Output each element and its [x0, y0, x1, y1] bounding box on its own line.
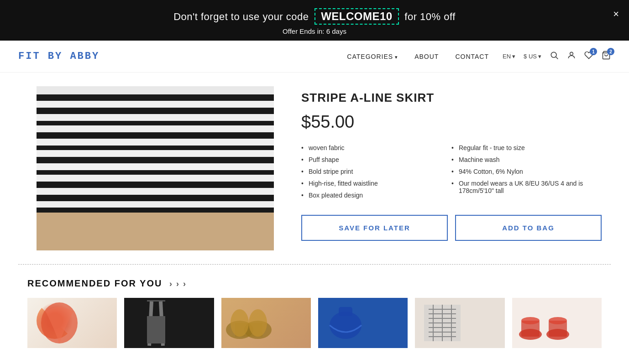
- features-grid: woven fabric Puff shape Bold stripe prin…: [301, 142, 602, 201]
- wishlist-badge: 1: [590, 48, 597, 55]
- add-to-bag-button[interactable]: ADD TO BAG: [455, 215, 602, 241]
- product-image-visual: [37, 86, 274, 250]
- svg-point-13: [249, 309, 267, 337]
- product-section: STRIPE A-LINE SKIRT $55.00 woven fabric …: [0, 73, 629, 264]
- recommended-item-4[interactable]: [318, 298, 408, 348]
- announcement-main-text: Don't forget to use your code WELCOME10 …: [18, 8, 611, 25]
- save-for-later-button[interactable]: SAVE FOR LATER: [301, 215, 448, 241]
- currency-arrow-icon: ▾: [538, 53, 541, 60]
- recommended-item-2[interactable]: [124, 298, 214, 348]
- recommended-title: RECOMMENDED FOR YOU › › ›: [27, 278, 602, 289]
- nav-links: CATEGORIES ABOUT CONTACT: [347, 53, 489, 60]
- language-selector[interactable]: EN ▾: [503, 53, 515, 60]
- feature-item: woven fabric: [301, 142, 451, 154]
- features-right: Regular fit - true to size Machine wash …: [451, 142, 602, 201]
- announcement-prefix: Don't forget to use your code: [173, 11, 309, 22]
- features-left: woven fabric Puff shape Bold stripe prin…: [301, 142, 451, 201]
- nav-contact[interactable]: CONTACT: [455, 53, 489, 60]
- recommended-item-3[interactable]: [221, 298, 311, 348]
- product-image: [37, 86, 274, 250]
- svg-point-2: [570, 52, 573, 55]
- recommended-item-1[interactable]: [27, 298, 117, 348]
- announcement-sub-text: Offer Ends in: 6 days: [18, 27, 611, 35]
- feature-item: Bold stripe print: [301, 166, 451, 177]
- recommended-item-5[interactable]: [415, 298, 504, 348]
- currency-label: $ US: [524, 53, 537, 60]
- main-nav: FIT BY ABBY CATEGORIES ABOUT CONTACT EN …: [0, 41, 629, 73]
- svg-rect-8: [147, 316, 165, 343]
- promo-code: WELCOME10: [314, 8, 399, 25]
- feature-item: Our model wears a UK 8/EU 36/US 4 and is…: [451, 177, 602, 197]
- product-title: STRIPE A-LINE SKIRT: [301, 91, 602, 105]
- feature-item: Regular fit - true to size: [451, 142, 602, 154]
- cart-icon[interactable]: 2: [602, 51, 611, 62]
- svg-point-32: [549, 317, 567, 324]
- close-announcement-button[interactable]: ×: [613, 8, 619, 20]
- feature-item: 94% Cotton, 6% Nylon: [451, 166, 602, 177]
- action-buttons: SAVE FOR LATER ADD TO BAG: [301, 215, 602, 241]
- announcement-suffix: for 10% off: [404, 11, 456, 22]
- cart-badge: 2: [607, 48, 614, 55]
- feature-item: Puff shape: [301, 154, 451, 166]
- recommended-arrows[interactable]: › › ›: [169, 279, 187, 288]
- recommended-title-text: RECOMMENDED FOR YOU: [27, 278, 162, 288]
- svg-rect-5: [147, 300, 165, 302]
- currency-selector[interactable]: $ US ▾: [524, 53, 541, 60]
- svg-rect-15: [339, 307, 352, 316]
- search-icon[interactable]: [550, 51, 559, 62]
- nav-icons: EN ▾ $ US ▾ 1: [503, 51, 611, 62]
- svg-line-1: [556, 57, 558, 59]
- svg-point-0: [551, 52, 556, 57]
- lang-label: EN: [503, 53, 511, 60]
- svg-point-12: [231, 309, 249, 337]
- product-price: $55.00: [301, 112, 602, 132]
- recommended-section: RECOMMENDED FOR YOU › › ›: [0, 265, 629, 362]
- lang-arrow-icon: ▾: [512, 53, 515, 60]
- product-details: STRIPE A-LINE SKIRT $55.00 woven fabric …: [301, 86, 602, 241]
- recommended-grid: [27, 298, 602, 348]
- nav-categories[interactable]: CATEGORIES: [347, 53, 398, 60]
- feature-item: Machine wash: [451, 154, 602, 166]
- feature-item: High-rise, fitted waistline: [301, 177, 451, 189]
- nav-about[interactable]: ABOUT: [414, 53, 439, 60]
- svg-point-29: [521, 317, 540, 324]
- wishlist-icon[interactable]: 1: [584, 51, 593, 62]
- recommended-item-6[interactable]: [512, 298, 602, 348]
- feature-item: Box pleated design: [301, 189, 451, 201]
- logo[interactable]: FIT BY ABBY: [18, 51, 100, 62]
- account-icon[interactable]: [567, 51, 576, 62]
- announcement-bar: Don't forget to use your code WELCOME10 …: [0, 0, 629, 41]
